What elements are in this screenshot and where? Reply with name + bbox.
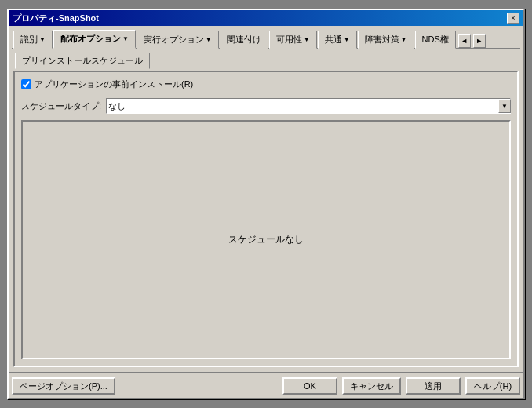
content-area: 識別 ▼ 配布オプション ▼ 実行オプション ▼ 関連付け 可用性 ▼ 共通 ▼ (9, 26, 523, 372)
title-bar: プロパティ-SnapShot × (9, 10, 523, 26)
tab-association[interactable]: 関連付け (220, 31, 268, 49)
schedule-type-label: スケジュールタイプ: (21, 100, 101, 112)
bottom-left-buttons: ページオプション(P)... (12, 377, 115, 395)
cancel-button[interactable]: キャンセル (342, 377, 401, 395)
tab-distribution-options[interactable]: 配布オプション ▼ (53, 30, 136, 49)
tab-common-label: 共通 (325, 34, 342, 46)
tab-fault-tolerance[interactable]: 障害対策 ▼ (358, 31, 414, 49)
sub-tab-preinstall-schedule[interactable]: プリインストールスケジュール (15, 53, 150, 69)
tab-exec-options-arrow: ▼ (206, 36, 212, 43)
bottom-buttons: ページオプション(P)... OK キャンセル 適用 ヘルプ(H) (9, 372, 523, 398)
tab-identify-arrow: ▼ (39, 36, 46, 43)
preinstall-checkbox[interactable] (21, 79, 31, 89)
select-wrapper: なし ▼ (106, 98, 511, 114)
tab-availability-arrow: ▼ (304, 36, 310, 43)
checkbox-row: アプリケーションの事前インストール(R) (21, 78, 511, 90)
schedule-content-area: スケジュールなし (21, 120, 511, 359)
help-button[interactable]: ヘルプ(H) (465, 377, 520, 395)
tab-association-label: 関連付け (227, 35, 261, 44)
window-title: プロパティ-SnapShot (13, 13, 99, 24)
tab-fault-tolerance-label: 障害対策 (365, 34, 399, 46)
tab-nds[interactable]: NDS権 (415, 31, 456, 49)
close-button[interactable]: × (507, 13, 519, 24)
tab-identify[interactable]: 識別 ▼ (13, 31, 53, 49)
dropdown-arrow-icon: ▼ (501, 103, 508, 110)
tab-availability-label: 可用性 (276, 34, 302, 46)
tab-distribution-options-label: 配布オプション (60, 33, 121, 45)
schedule-type-row: スケジュールタイプ: なし ▼ (21, 98, 511, 114)
no-schedule-text: スケジュールなし (228, 233, 304, 246)
page-options-button[interactable]: ページオプション(P)... (12, 377, 115, 395)
tab-next-button[interactable]: ► (473, 34, 486, 48)
apply-button[interactable]: 適用 (406, 377, 461, 395)
tab-distribution-options-arrow: ▼ (122, 35, 129, 42)
tab-exec-options[interactable]: 実行オプション ▼ (137, 31, 219, 49)
main-window: プロパティ-SnapShot × 識別 ▼ 配布オプション ▼ 実行オプション … (7, 9, 525, 399)
preinstall-label[interactable]: アプリケーションの事前インストール(R) (35, 78, 193, 90)
main-panel: アプリケーションの事前インストール(R) スケジュールタイプ: なし ▼ スケジ… (13, 71, 519, 367)
schedule-type-value: なし (108, 100, 126, 112)
tab-availability[interactable]: 可用性 ▼ (269, 31, 317, 49)
tab-nds-label: NDS権 (422, 35, 449, 44)
tab-exec-options-label: 実行オプション (144, 34, 204, 46)
ok-button[interactable]: OK (282, 377, 337, 395)
tab-prev-button[interactable]: ◄ (458, 34, 471, 48)
schedule-type-display[interactable]: なし (106, 98, 511, 114)
sub-tab-row: プリインストールスケジュール (12, 49, 520, 69)
tab-fault-tolerance-arrow: ▼ (401, 36, 407, 43)
title-bar-buttons: × (507, 13, 519, 24)
tabs-row: 識別 ▼ 配布オプション ▼ 実行オプション ▼ 関連付け 可用性 ▼ 共通 ▼ (12, 29, 520, 49)
bottom-right-buttons: OK キャンセル 適用 ヘルプ(H) (282, 377, 520, 395)
tab-identify-label: 識別 (20, 34, 38, 46)
schedule-type-dropdown-btn[interactable]: ▼ (498, 99, 511, 113)
tab-common-arrow: ▼ (344, 36, 350, 43)
tab-common[interactable]: 共通 ▼ (318, 31, 357, 49)
